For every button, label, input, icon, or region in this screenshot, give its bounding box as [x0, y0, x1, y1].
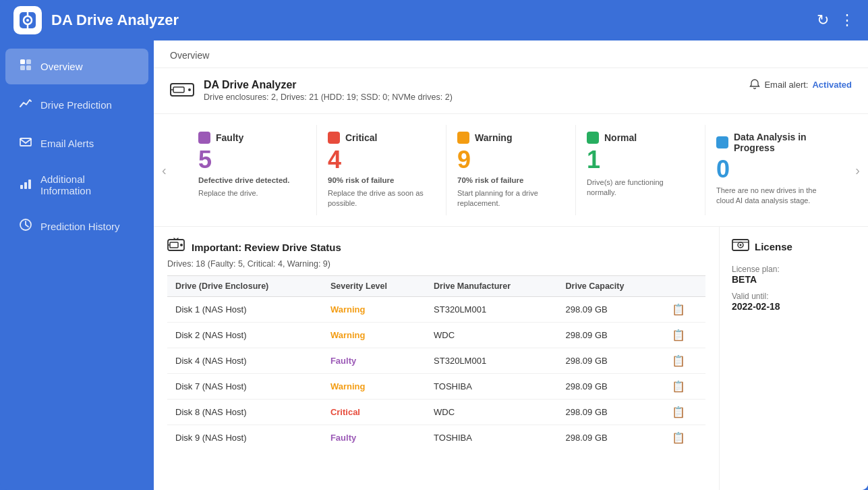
license-section: License License plan: BETA Valid until: …	[720, 227, 868, 490]
analysis-desc: There are no new drives in the cloud AI …	[716, 186, 823, 207]
svg-point-18	[180, 244, 183, 246]
refresh-icon[interactable]: ↻	[817, 11, 829, 29]
warning-text: Warning	[475, 132, 512, 143]
drive-name: Disk 4 (NAS Host)	[167, 348, 322, 374]
report-cell: 📋	[664, 425, 705, 451]
drive-manufacturer: TOSHIBA	[426, 425, 557, 451]
license-header: License	[732, 238, 856, 255]
drive-manufacturer: WDC	[426, 323, 557, 348]
email-alert-status[interactable]: Activated	[812, 80, 852, 90]
critical-number: 4	[328, 146, 435, 173]
report-icon[interactable]: 📋	[672, 406, 685, 418]
col-manufacturer: Drive Manufacturer	[426, 276, 557, 297]
drive-manufacturer: TOSHIBA	[426, 374, 557, 400]
status-card-analysis: Data Analysis in Progress 0 There are no…	[705, 125, 834, 215]
status-card-critical: Critical 4 90% risk of failure Replace t…	[317, 125, 446, 215]
critical-label: Critical	[328, 132, 435, 144]
prev-arrow[interactable]: ‹	[156, 160, 172, 181]
warning-dot	[457, 132, 469, 144]
status-card-normal: Normal 1 Drive(s) are functioning normal…	[576, 125, 705, 215]
bell-icon	[749, 79, 760, 90]
email-alert: Email alert: Activated	[749, 79, 852, 90]
drive-manufacturer: WDC	[426, 400, 557, 425]
svg-rect-8	[26, 65, 31, 70]
warning-label: Warning	[457, 132, 565, 144]
header-left: DA Drive Analyzer	[13, 6, 179, 34]
sidebar-item-label-drive-prediction: Drive Prediction	[40, 99, 112, 111]
faulty-text: Faulty	[216, 132, 243, 143]
prediction-history-icon	[19, 218, 32, 235]
analysis-text: Data Analysis in Progress	[734, 132, 823, 153]
next-arrow[interactable]: ›	[850, 160, 865, 181]
report-icon[interactable]: 📋	[672, 355, 685, 366]
drive-name: Disk 9 (NAS Host)	[167, 425, 322, 451]
table-row: Disk 8 (NAS Host) Critical WDC 298.09 GB…	[167, 400, 705, 425]
sidebar-item-prediction-history[interactable]: Prediction History	[5, 209, 148, 244]
drive-capacity: 298.09 GB	[558, 348, 664, 374]
analysis-number: 0	[716, 156, 823, 183]
drive-analyzer-title: DA Drive Analyzer	[204, 79, 453, 91]
table-row: Disk 9 (NAS Host) Faulty TOSHIBA 298.09 …	[167, 425, 705, 451]
analysis-dot	[716, 136, 728, 148]
severity-level: Warning	[322, 323, 426, 348]
severity-level: Critical	[322, 400, 426, 425]
report-icon[interactable]: 📋	[672, 329, 685, 341]
header-right: ↻ ⋮	[817, 11, 855, 29]
report-cell: 📋	[664, 297, 705, 323]
col-severity: Severity Level	[322, 276, 426, 297]
menu-icon[interactable]: ⋮	[840, 11, 855, 29]
drive-table-section: Important: Review Drive Status Drives: 1…	[154, 227, 720, 490]
report-icon[interactable]: 📋	[672, 432, 685, 443]
severity-level: Warning	[322, 374, 426, 400]
license-valid-label: Valid until:	[732, 292, 856, 301]
license-valid-value: 2022-02-18	[732, 301, 856, 312]
critical-sub: 90% risk of failure	[328, 176, 435, 184]
additional-info-icon	[19, 177, 32, 194]
email-alert-label: Email alert:	[764, 80, 808, 90]
faulty-label: Faulty	[198, 132, 306, 144]
breadcrumb: Overview	[154, 40, 868, 68]
col-capacity: Drive Capacity	[558, 276, 664, 297]
table-title: Important: Review Drive Status	[192, 242, 341, 253]
main-content: Overview DA Drive A	[154, 40, 868, 490]
faulty-number: 5	[198, 146, 306, 173]
report-cell: 📋	[664, 348, 705, 374]
license-valid-field: Valid until: 2022-02-18	[732, 292, 856, 312]
table-subtitle: Drives: 18 (Faulty: 5, Critical: 4, Warn…	[167, 259, 705, 269]
status-card-faulty: Faulty 5 Defective drive detected. Repla…	[187, 125, 317, 215]
email-alerts-icon	[19, 135, 32, 152]
warning-desc: Start planning for a drive replacement.	[457, 188, 565, 209]
sidebar-item-label-email-alerts: Email Alerts	[40, 138, 94, 149]
report-icon[interactable]: 📋	[672, 304, 685, 315]
sidebar-item-additional-information[interactable]: Additional Information	[5, 164, 148, 206]
svg-rect-15	[173, 87, 184, 92]
app-logo	[13, 6, 42, 34]
sidebar-item-label-additional-information: Additional Information	[40, 173, 135, 196]
status-cards-wrapper: ‹ Faulty 5 Defective drive detected. Rep…	[154, 114, 868, 227]
drive-table: Drive (Drive Enclosure) Severity Level D…	[167, 275, 705, 450]
drive-name: Disk 7 (NAS Host)	[167, 374, 322, 400]
drive-capacity: 298.09 GB	[558, 425, 664, 451]
report-icon[interactable]: 📋	[672, 381, 685, 392]
normal-label: Normal	[587, 132, 694, 144]
drive-analyzer-info: DA Drive Analyzer Drive enclosures: 2, D…	[170, 79, 453, 104]
report-cell: 📋	[664, 374, 705, 400]
sidebar-item-overview[interactable]: Overview	[5, 49, 148, 84]
sidebar-item-drive-prediction[interactable]: Drive Prediction	[5, 87, 148, 123]
svg-rect-11	[28, 180, 31, 189]
sidebar-item-email-alerts[interactable]: Email Alerts	[5, 126, 148, 161]
warning-number: 9	[457, 146, 565, 173]
svg-rect-7	[20, 65, 25, 70]
table-section-icon	[167, 238, 185, 256]
drive-capacity: 298.09 GB	[558, 323, 664, 348]
drive-capacity: 298.09 GB	[558, 400, 664, 425]
table-section-header: Important: Review Drive Status	[167, 238, 705, 256]
svg-point-14	[188, 88, 191, 91]
normal-desc: Drive(s) are functioning normally.	[587, 178, 694, 198]
analysis-label: Data Analysis in Progress	[716, 132, 823, 153]
table-row: Disk 7 (NAS Host) Warning TOSHIBA 298.09…	[167, 374, 705, 400]
drive-name: Disk 8 (NAS Host)	[167, 400, 322, 425]
status-card-warning: Warning 9 70% risk of failure Start plan…	[446, 125, 576, 215]
status-cards: Faulty 5 Defective drive detected. Repla…	[154, 114, 868, 226]
overview-icon	[19, 58, 32, 75]
